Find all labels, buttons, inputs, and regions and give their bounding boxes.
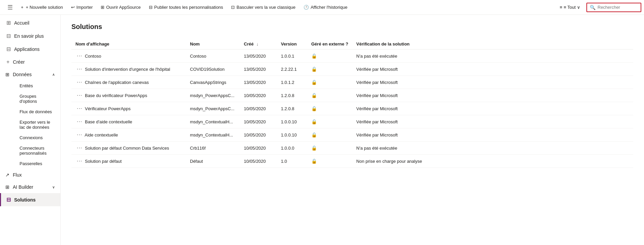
nom-affichage-value: Base d'aide contextuelle [85, 119, 132, 124]
cell-gere: 🔒 [307, 63, 352, 76]
lock-icon: 🔒 [311, 80, 317, 85]
history-icon: 🕐 [303, 5, 309, 10]
connexions-label: Connexions [20, 135, 43, 140]
sidebar-item-connecteurs[interactable]: Connecteurs personnalisés [14, 143, 60, 158]
cell-nom: COVID19Solution [186, 63, 240, 76]
cree-value: 13/05/2020 [244, 80, 266, 85]
nom-affichage-value: Vérificateur PowerApps [85, 106, 131, 111]
sidebar-item-connexions[interactable]: Connexions [14, 132, 60, 143]
toolbar-right: ≡ ≡ Tout ∨ 🔍 [556, 3, 641, 12]
row-options-button[interactable]: ··· [75, 119, 84, 125]
lock-icon: 🔒 [311, 145, 317, 151]
version-value: 1.2.0.8 [281, 93, 294, 98]
lock-icon: 🔒 [311, 132, 317, 137]
th-nom[interactable]: Nom [186, 39, 240, 50]
publier-button[interactable]: ⊟ Publier toutes les personnalisations [146, 3, 227, 12]
th-cree[interactable]: Créé ↓ [240, 39, 277, 50]
row-options-button[interactable]: ··· [75, 158, 84, 164]
historique-button[interactable]: 🕐 Afficher l'historique [300, 3, 351, 12]
cell-nom-affichage: ··· Solution par défaut [71, 155, 186, 168]
exporter-label: Exporter vers le lac de données [20, 120, 55, 130]
row-options-button[interactable]: ··· [75, 79, 84, 85]
verification-value: Vérifiée par Microsoft [356, 93, 398, 98]
sidebar-item-flux-donnees[interactable]: Flux de données [14, 106, 60, 117]
cell-verification: Non prise en charge pour analyse [352, 155, 633, 168]
apps-icon: ⊟ [6, 46, 11, 52]
th-version[interactable]: Version [277, 39, 307, 50]
table-row: ··· Base du vérificateur PowerApps msdyn… [71, 89, 633, 102]
hamburger-button[interactable]: ☰ [3, 0, 18, 15]
cell-nom: msdyn_PowerAppsC... [186, 102, 240, 115]
chevron-down-icon-ai: ∨ [52, 185, 55, 189]
sidebar-item-ai-builder[interactable]: ⊞ AI Builder ∨ [0, 181, 60, 193]
cell-gere: 🔒 [307, 76, 352, 89]
search-box: 🔍 [586, 3, 641, 12]
table-row: ··· Solution d'intervention d'urgence de… [71, 63, 633, 76]
row-options-button[interactable]: ··· [75, 92, 84, 98]
sidebar-item-solutions[interactable]: ⊟ Solutions [0, 193, 60, 206]
cell-version: 1.0.1.2 [277, 76, 307, 89]
cell-cree: 10/05/2020 [240, 102, 277, 115]
nom-affichage-value: Solution d'intervention d'urgence de l'h… [85, 67, 170, 72]
row-options-button[interactable]: ··· [75, 145, 84, 151]
nom-value: msdyn_PowerAppsC... [190, 106, 234, 111]
sidebar-item-exporter-lac[interactable]: Exporter vers le lac de données [14, 117, 60, 132]
ai-icon: ⊞ [5, 184, 9, 190]
cell-cree: 10/05/2020 [240, 128, 277, 142]
sidebar-item-accueil[interactable]: ⊞ Accueil [0, 16, 60, 29]
cell-nom: msdyn_ContextualH... [186, 115, 240, 128]
cell-gere: 🔒 [307, 128, 352, 142]
sidebar-item-passerelles[interactable]: Passerelles [14, 158, 60, 169]
cell-version: 1.0 [277, 155, 307, 168]
cell-nom-affichage: ··· Solution par défaut Common Data Serv… [71, 142, 186, 155]
nom-affichage-value: Contoso [85, 54, 101, 59]
verification-value: N'a pas été exécutée [356, 146, 397, 151]
nouvelle-solution-button[interactable]: + + Nouvelle solution [18, 3, 66, 12]
search-input[interactable] [598, 5, 638, 10]
search-icon: 🔍 [590, 5, 595, 10]
verification-value: Vérifiée par Microsoft [356, 67, 398, 72]
sidebar-item-creer[interactable]: + Créer [0, 56, 60, 68]
importer-button[interactable]: ↩ Importer [68, 3, 96, 12]
th-gere-externe[interactable]: Géré en externe ? [307, 39, 352, 50]
cell-version: 1.2.0.8 [277, 102, 307, 115]
flux-icon: ↗ [5, 172, 9, 178]
nom-affichage-value: Solution par défaut [85, 159, 122, 164]
row-options-button[interactable]: ··· [75, 105, 84, 112]
basculer-button[interactable]: ⊡ Basculer vers la vue classique [228, 3, 299, 12]
verification-value: Vérifiée par Microsoft [356, 106, 398, 111]
lock-icon: 🔒 [311, 119, 317, 124]
entites-label: Entités [20, 83, 33, 88]
sidebar-item-flux[interactable]: ↗ Flux [0, 169, 60, 181]
sidebar-item-entites[interactable]: Entités [14, 81, 60, 91]
data-icon: ⊞ [5, 72, 9, 77]
row-options-button[interactable]: ··· [75, 66, 84, 72]
sidebar-label-solutions: Solutions [14, 197, 36, 203]
version-value: 1.0.0.10 [281, 132, 297, 137]
row-options-button[interactable]: ··· [75, 53, 84, 59]
sidebar-item-groupes-options[interactable]: Groupes d'options [14, 91, 60, 106]
filter-tout-button[interactable]: ≡ ≡ Tout ∨ [556, 3, 584, 11]
cell-gere: 🔒 [307, 89, 352, 102]
solutions-icon: ⊟ [6, 196, 11, 203]
th-nom-affichage[interactable]: Nom d'affichage [71, 39, 186, 50]
version-value: 1.2.0.8 [281, 106, 294, 111]
cell-nom: Crb116f [186, 142, 240, 155]
table-row: ··· Contoso Contoso 13/05/2020 1.0.0.1 🔒… [71, 50, 633, 63]
nom-value: Contoso [190, 54, 206, 59]
cree-value: 10/05/2020 [244, 132, 266, 137]
publish-icon: ⊟ [149, 5, 153, 10]
donnees-submenu: Entités Groupes d'options Flux de donnée… [0, 81, 60, 169]
cell-cree: 13/05/2020 [240, 76, 277, 89]
sidebar-item-applications[interactable]: ⊟ Applications [0, 42, 60, 56]
row-options-button[interactable]: ··· [75, 132, 84, 138]
cell-version: 1.0.0.10 [277, 128, 307, 142]
learn-icon: ⊟ [6, 33, 11, 39]
th-verification[interactable]: Vérification de la solution [352, 39, 633, 50]
ouvrir-appsource-button[interactable]: ⊞ Ouvrir AppSource [97, 3, 144, 12]
cell-cree: 10/05/2020 [240, 89, 277, 102]
sidebar-item-donnees[interactable]: ⊞ Données ∧ [0, 68, 60, 81]
nom-value: msdyn_PowerAppsC... [190, 93, 234, 98]
cell-nom: CanvasAppStrings [186, 76, 240, 89]
sidebar-item-en-savoir-plus[interactable]: ⊟ En savoir plus [0, 29, 60, 42]
